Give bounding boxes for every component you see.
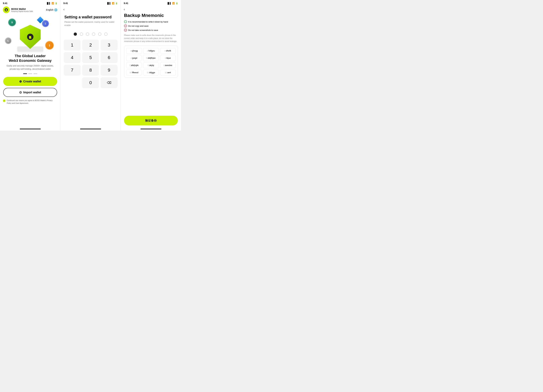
num-1-button[interactable]: 1 bbox=[64, 40, 81, 51]
usdt-coin: $ bbox=[8, 18, 16, 26]
mnemonic-5: 5ddljfhjee bbox=[143, 55, 159, 61]
signal-icon: ▐▌▌ bbox=[107, 2, 111, 5]
status-bar-3: 9:41 ▐▌▌ 📶 🔋 bbox=[121, 0, 181, 5]
pin-dot-3 bbox=[86, 33, 89, 36]
privacy-note: ✓ Continued use means you agree to BOSS … bbox=[0, 99, 60, 107]
battery-icon: 🔋 bbox=[55, 2, 57, 5]
privacy-text: Continued use means you agree to BOSS Wa… bbox=[7, 99, 57, 104]
status-time-3: 9:41 bbox=[124, 2, 128, 5]
ethereum-coin: Ξ bbox=[42, 20, 49, 27]
pin-dot-5 bbox=[98, 33, 101, 36]
import-wallet-label: Import wallet bbox=[23, 91, 41, 94]
rule-noscreenshot-text: Do not take screenshots to save bbox=[128, 29, 158, 31]
num-2-button[interactable]: 2 bbox=[82, 40, 99, 51]
import-icon: ⊙ bbox=[19, 91, 22, 94]
tagline-sub: Easily and securely manage 25000+ digita… bbox=[3, 64, 57, 70]
wifi-icon: 📶 bbox=[172, 2, 175, 5]
pagination-dots bbox=[0, 73, 60, 74]
green-check-icon: ✓ bbox=[124, 20, 127, 23]
mnemonic-2: 2hdfgeu bbox=[143, 48, 159, 54]
back-button-3[interactable]: ‹ bbox=[121, 5, 181, 13]
signal-icon: ▐▌▌ bbox=[46, 2, 51, 5]
logo-area: BOSS Wallet Keeping Digital Assets Safe bbox=[3, 6, 33, 13]
screen-1: 9:41 ▐▌▌ 📶 🔋 BOSS Wallet Keeping Digital… bbox=[0, 0, 60, 131]
mnemonic-10: 10fffeesd bbox=[126, 69, 142, 75]
screen-3: 9:41 ▐▌▌ 📶 🔋 ‹ Backup Mnemonic ✓ It is r… bbox=[121, 0, 181, 131]
battery-icon: 🔋 bbox=[175, 2, 178, 5]
num-9-button[interactable]: 9 bbox=[101, 65, 118, 76]
numpad: 1 2 3 4 5 6 7 8 9 0 ⌫ bbox=[61, 40, 121, 88]
create-wallet-button[interactable]: ⊕ Create wallet bbox=[3, 77, 57, 86]
mnemonic-4: 4jyegd bbox=[126, 55, 142, 61]
pin-dot-2 bbox=[80, 33, 83, 36]
back-button[interactable]: ‹ bbox=[61, 5, 121, 13]
status-icons-1: ▐▌▌ 📶 🔋 bbox=[46, 2, 57, 5]
rule-write-text: It is recommended to write it down by ha… bbox=[128, 21, 168, 23]
num-8-button[interactable]: 8 bbox=[82, 65, 99, 76]
wifi-icon: 📶 bbox=[51, 2, 54, 5]
shield-icon bbox=[20, 25, 41, 49]
num-3-button[interactable]: 3 bbox=[101, 40, 118, 51]
rule-nocopy: ✕ Do not copy and save bbox=[124, 24, 178, 27]
mnemonic-12: 12aert bbox=[160, 69, 176, 75]
mnemonic-6: 6lkjue bbox=[160, 55, 176, 61]
signal-icon: ▐▌▌ bbox=[167, 2, 171, 5]
num-0-button[interactable]: 0 bbox=[82, 77, 99, 88]
red-x-icon-2: ✕ bbox=[124, 29, 127, 32]
mnemonic-7: 7allkjhgfe bbox=[126, 62, 142, 68]
home-indicator-3 bbox=[141, 129, 161, 129]
mnemonic-1: 1ujhegg bbox=[126, 48, 142, 54]
tagline-main: The Global Leader Web3 Economic Gateway bbox=[3, 54, 57, 63]
import-wallet-button[interactable]: ⊙ Import wallet bbox=[3, 88, 57, 97]
mnemonic-grid: 1ujhegg 2hdfgeu 3dhefk 4jyegd 5ddljfhjee… bbox=[124, 46, 178, 78]
rule-write: ✓ It is recommended to write it down by … bbox=[124, 20, 178, 23]
mnemonic-9: 9awedee bbox=[160, 62, 176, 68]
dot-3 bbox=[34, 73, 37, 74]
logo-icon bbox=[3, 6, 10, 13]
mnemonic-11: 11ddgge bbox=[143, 69, 159, 75]
check-icon: ✓ bbox=[3, 99, 6, 102]
home-indicator-2 bbox=[80, 129, 101, 129]
status-icons-3: ▐▌▌ 📶 🔋 bbox=[167, 2, 178, 5]
language-label: English bbox=[46, 9, 53, 11]
wifi-icon: 📶 bbox=[112, 2, 114, 5]
backup-description: Please make sure to write down the mnemo… bbox=[124, 34, 178, 43]
other-coin: Ł bbox=[5, 37, 11, 44]
logo-title: BOSS Wallet bbox=[11, 8, 33, 10]
pin-dot-6 bbox=[104, 33, 107, 36]
screen-2: 9:41 ▐▌▌ 📶 🔋 ‹ Setting a wallet password… bbox=[60, 0, 121, 131]
app-header: BOSS Wallet Keeping Digital Assets Safe … bbox=[0, 5, 60, 15]
tagline-section: The Global Leader Web3 Economic Gateway … bbox=[0, 52, 60, 71]
screen2-subtitle: Please set the wallet password, mainly u… bbox=[61, 20, 121, 29]
num-6-button[interactable]: 6 bbox=[101, 52, 118, 63]
logo-subtitle: Keeping Digital Assets Safe bbox=[11, 10, 33, 12]
backup-title: Backup Mnemonic bbox=[124, 13, 178, 18]
language-selector[interactable]: English 🌐 bbox=[46, 8, 57, 11]
mnemonic-8: 8akjdy bbox=[143, 62, 159, 68]
verify-backup-button[interactable]: 验证备份 bbox=[124, 116, 178, 125]
num-4-button[interactable]: 4 bbox=[64, 52, 81, 63]
num-empty-button bbox=[64, 77, 81, 88]
home-indicator bbox=[20, 129, 41, 129]
red-x-icon-1: ✕ bbox=[124, 24, 127, 27]
globe-icon: 🌐 bbox=[54, 8, 57, 11]
num-5-button[interactable]: 5 bbox=[82, 52, 99, 63]
mnemonic-3: 3dhefk bbox=[160, 48, 176, 54]
create-wallet-label: Create wallet bbox=[23, 80, 41, 83]
status-bar-2: 9:41 ▐▌▌ 📶 🔋 bbox=[61, 0, 121, 5]
delete-button[interactable]: ⌫ bbox=[101, 77, 118, 88]
bitcoin-coin: ₿ bbox=[45, 41, 54, 50]
create-icon: ⊕ bbox=[19, 80, 22, 83]
pin-dot-4 bbox=[92, 33, 95, 36]
screen2-title: Setting a wallet password bbox=[61, 13, 121, 20]
status-time-2: 9:41 bbox=[63, 2, 68, 5]
pin-indicator bbox=[61, 33, 121, 36]
num-7-button[interactable]: 7 bbox=[64, 65, 81, 76]
battery-icon: 🔋 bbox=[115, 2, 118, 5]
rule-nocopy-text: Do not copy and save bbox=[128, 25, 148, 27]
pin-dot-1 bbox=[74, 33, 77, 36]
backup-content: Backup Mnemonic ✓ It is recommended to w… bbox=[121, 13, 181, 116]
dot-2 bbox=[28, 73, 32, 74]
status-bar-1: 9:41 ▐▌▌ 📶 🔋 bbox=[0, 0, 60, 5]
status-icons-2: ▐▌▌ 📶 🔋 bbox=[107, 2, 118, 5]
